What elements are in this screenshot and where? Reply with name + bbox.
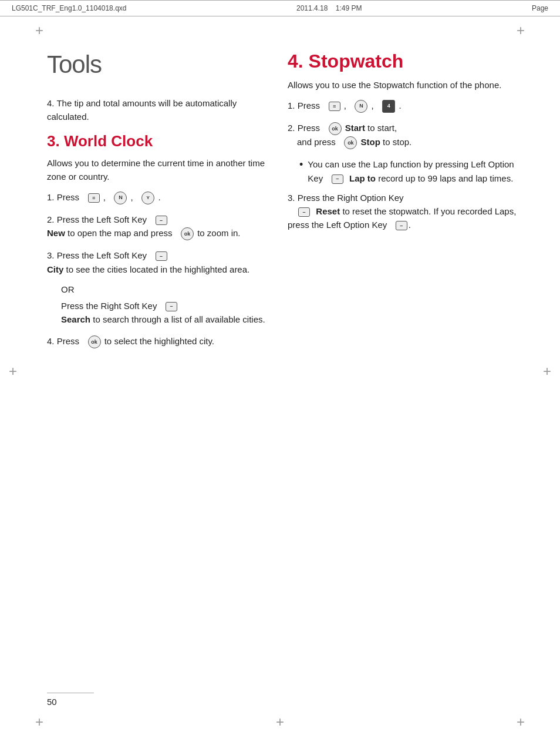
world-clock-intro: Allows you to determine the current time… [47,156,270,184]
wc-or-text2: to search through a list of all availabl… [93,314,265,324]
left-soft-key-2: – [156,216,167,225]
wc-step2-num: 2. Press the Left Soft Key [47,214,151,224]
wc-step4-num: 4. Press [47,336,84,346]
tip-text: 4. The tip and total amounts will be aut… [47,98,237,122]
wc-step2-text: to open the map and press [68,228,177,238]
y-key-icon: Y [141,192,154,204]
page-number: 50 [47,697,525,707]
sw-f4-key: 4 [382,100,395,113]
wc-step2-label: New [47,228,65,238]
ok-key-2: ok [181,227,194,240]
header-date: 2011.4.18 1:49 PM [296,4,362,12]
wc-or-step: Press the Right Soft Key – Search to sea… [61,299,270,327]
stopwatch-heading: 4. Stopwatch [288,51,525,72]
right-soft-key-or: – [166,302,177,311]
stopwatch-intro: Allows you to use the Stopwatch function… [288,78,525,92]
wc-step-2: 2. Press the Left Soft Key – New to open… [47,213,270,240]
wc-step4-text: to select the highlighted city. [104,336,214,346]
tip-step: 4. The tip and total amounts will be aut… [47,96,270,124]
content-area: Tools 4. The tip and total amounts will … [0,39,560,374]
comma2: , [131,192,139,202]
left-option-key-3: – [396,221,407,230]
sw-ok-start: ok [329,122,342,135]
wc-step3-num: 3. Press the Left Soft Key [47,250,151,260]
sw-comma1: , [344,100,352,110]
top-left-reg: + [35,22,43,39]
wc-step-1: 1. Press ≡ , N , Y . [47,190,270,204]
wc-or-label: Search [61,314,90,324]
header-bar: LG501C_TRF_Eng1.0_1104018.qxd 2011.4.18 … [0,0,560,16]
sw-bullet-1: • You can use the Lap function by pressi… [299,157,525,185]
side-right-reg: + [543,363,551,380]
left-column: Tools 4. The tip and total amounts will … [47,51,270,357]
comma1: , [103,192,111,202]
wc-step-4: 4. Press ok to select the highlighted ci… [47,334,270,348]
side-left-reg: + [9,363,17,380]
or-separator: OR [61,284,270,294]
bullet-text: You can use the Lap function by pressing… [308,157,525,185]
header-filename: LG501C_TRF_Eng1.0_1104018.qxd [12,4,126,12]
bullet-dot: • [299,157,303,172]
bottom-left-reg: + [35,714,43,730]
page-title: Tools [47,51,270,79]
bottom-right-reg: + [517,714,525,730]
top-reg-marks: + + [0,22,560,39]
wc-step2-end: to zoom in. [197,228,240,238]
wc-step-3: 3. Press the Left Soft Key – City to see… [47,249,270,276]
wc-or-text1: Press the Right Soft Key [61,301,162,311]
sw-menu-key: ≡ [329,102,340,111]
sw-step3-key: – Reset [288,206,342,216]
reset-right-key: – [298,207,310,217]
top-right-reg: + [517,22,525,39]
wc-step3-label: City [47,264,63,274]
footer: 50 [47,693,525,707]
footer-line [47,693,94,693]
right-column: 4. Stopwatch Allows you to use the Stopw… [288,51,525,357]
sw-step3-text1: 3. Press the Right Option Key [288,193,404,203]
sw-step2-num: 2. Press [288,123,325,133]
bottom-reg-marks: + + + [0,714,560,730]
sw-step-2: 2. Press ok Start to start, and press ok… [288,121,525,149]
period1: . [158,192,160,202]
sw-n-key: N [355,100,367,113]
n-key-icon: N [114,192,127,204]
sw-step2-label2: Stop to stop. [361,137,412,147]
sw-step-1: 1. Press ≡ , N , 4 . [288,99,525,113]
menu-key-icon: ≡ [88,193,100,203]
page-wrapper: LG501C_TRF_Eng1.0_1104018.qxd 2011.4.18 … [0,0,560,742]
ok-key-4: ok [88,335,101,348]
sw-comma2: , [372,100,379,110]
sw-period: . [399,100,401,110]
sw-step1-num: 1. Press [288,100,325,110]
world-clock-heading: 3. World Clock [47,132,270,150]
sw-step-3: 3. Press the Right Option Key – Reset to… [288,191,525,232]
sw-ok-stop: ok [344,136,357,149]
lap-left-key: – [332,174,343,184]
wc-step3-text: to see the cities located in the highlig… [66,264,250,274]
left-soft-key-3: – [156,251,167,261]
bottom-center-reg: + [276,714,284,730]
header-page: Page [532,4,548,12]
wc-step1-num: 1. Press [47,192,84,202]
sw-step2-label1: Start to start, [345,123,397,133]
sw-and-press: and press [288,137,340,147]
